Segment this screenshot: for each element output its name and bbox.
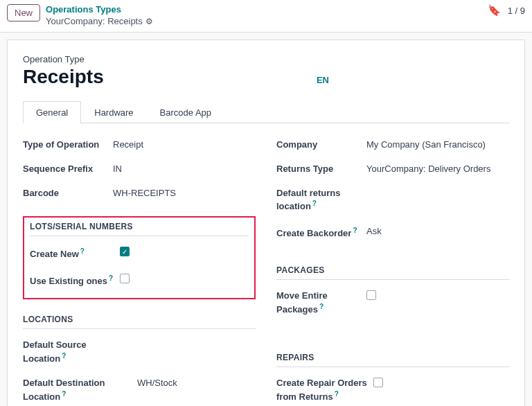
help-icon[interactable]: ? — [353, 227, 357, 234]
label-default-destination: Default Destination Location? — [23, 378, 137, 403]
section-repairs: REPAIRS — [276, 353, 509, 367]
label-default-source: Default Source Location? — [23, 339, 113, 365]
checkbox-use-existing[interactable] — [120, 274, 130, 283]
value-barcode[interactable]: WH-RECEIPTS — [113, 188, 176, 198]
checkbox-create-repair[interactable] — [373, 378, 383, 387]
label-create-backorder-text: Create Backorder — [276, 228, 351, 238]
breadcrumb-current: YourCompany: Receipts ⚙ — [46, 16, 153, 28]
pager[interactable]: 1 / 9 — [508, 6, 525, 16]
field-barcode: Barcode WH-RECEIPTS — [23, 182, 256, 206]
topbar: New Operations Types YourCompany: Receip… — [0, 0, 532, 33]
form-sheet: Operation Type Receipts EN General Hardw… — [7, 39, 525, 406]
label-default-source-text: Default Source Location — [23, 339, 87, 364]
tab-barcode-app[interactable]: Barcode App — [147, 101, 224, 123]
title-label: Operation Type — [23, 54, 509, 64]
label-default-returns-loc: Default returns location? — [276, 188, 366, 213]
field-type-of-operation: Type of Operation Receipt — [23, 133, 256, 157]
label-use-existing: Use Existing ones? — [30, 274, 120, 288]
label-company: Company — [276, 139, 366, 151]
value-sequence-prefix[interactable]: IN — [113, 164, 122, 174]
bookmark-icon[interactable]: 🔖 — [488, 4, 501, 17]
breadcrumb-current-text: YourCompany: Receipts — [46, 16, 143, 28]
label-barcode: Barcode — [23, 188, 113, 200]
topbar-left: New Operations Types YourCompany: Receip… — [7, 4, 153, 28]
topbar-right: 🔖 1 / 9 — [488, 4, 525, 17]
help-icon[interactable]: ? — [62, 352, 66, 360]
help-icon[interactable]: ? — [62, 390, 66, 398]
tab-hardware[interactable]: Hardware — [81, 101, 146, 123]
page-title[interactable]: Receipts — [23, 66, 104, 88]
field-use-existing: Use Existing ones? — [30, 267, 249, 294]
value-company[interactable]: My Company (San Francisco) — [366, 139, 486, 150]
section-locations: LOCATIONS — [23, 315, 256, 329]
field-move-entire-packages: Move Entire Packages? — [276, 284, 509, 322]
section-packages: PACKAGES — [276, 265, 509, 280]
section-lots-serial: LOTS/SERIAL NUMBERS — [30, 222, 249, 236]
help-icon[interactable]: ? — [109, 274, 113, 282]
label-create-new-text: Create New — [30, 249, 79, 260]
tabs: General Hardware Barcode App — [23, 100, 509, 123]
label-type-of-operation: Type of Operation — [23, 139, 113, 151]
label-use-existing-text: Use Existing ones — [30, 276, 107, 286]
value-default-destination[interactable]: WH/Stock — [137, 378, 177, 388]
label-create-new: Create New? — [30, 247, 120, 261]
breadcrumb-parent-link[interactable]: Operations Types — [46, 4, 153, 16]
value-create-backorder[interactable]: Ask — [366, 226, 382, 236]
checkbox-move-entire-packages[interactable] — [366, 290, 376, 300]
help-icon[interactable]: ? — [312, 200, 317, 207]
field-returns-type: Returns Type YourCompany: Delivery Order… — [276, 157, 509, 182]
gear-icon[interactable]: ⚙ — [145, 17, 153, 28]
form-grid: Type of Operation Receipt Sequence Prefi… — [23, 133, 509, 406]
language-indicator[interactable]: EN — [317, 75, 329, 85]
label-returns-type: Returns Type — [276, 164, 366, 175]
left-column: Type of Operation Receipt Sequence Prefi… — [23, 133, 256, 406]
field-create-repair: Create Repair Orders from Returns? — [276, 371, 509, 406]
label-create-repair: Create Repair Orders from Returns? — [276, 378, 373, 403]
label-create-repair-text: Create Repair Orders from Returns — [276, 378, 367, 402]
help-icon[interactable]: ? — [319, 303, 323, 310]
value-type-of-operation[interactable]: Receipt — [113, 139, 143, 150]
field-default-destination: Default Destination Location? WH/Stock — [23, 371, 256, 406]
field-create-backorder: Create Backorder? Ask — [276, 220, 509, 246]
title-row: Receipts EN — [23, 66, 509, 88]
help-icon[interactable]: ? — [335, 390, 339, 398]
label-sequence-prefix: Sequence Prefix — [23, 164, 113, 175]
tab-general[interactable]: General — [23, 101, 81, 123]
field-create-new: Create New? ✓ — [30, 240, 249, 267]
right-column: Company My Company (San Francisco) Retur… — [276, 133, 509, 406]
label-default-returns-text: Default returns location — [276, 188, 340, 212]
field-default-source: Default Source Location? — [23, 333, 256, 371]
value-returns-type[interactable]: YourCompany: Delivery Orders — [366, 164, 490, 174]
lots-highlight-box: LOTS/SERIAL NUMBERS Create New? ✓ Use Ex… — [23, 216, 256, 299]
label-move-entire-packages: Move Entire Packages? — [276, 290, 366, 316]
field-sequence-prefix: Sequence Prefix IN — [23, 157, 256, 182]
field-default-returns-loc: Default returns location? — [276, 182, 509, 220]
field-company: Company My Company (San Francisco) — [276, 133, 509, 157]
checkbox-create-new[interactable]: ✓ — [120, 247, 130, 256]
new-button[interactable]: New — [7, 4, 40, 21]
label-create-backorder: Create Backorder? — [276, 226, 366, 240]
breadcrumb: Operations Types YourCompany: Receipts ⚙ — [46, 4, 153, 28]
help-icon[interactable]: ? — [80, 247, 85, 255]
